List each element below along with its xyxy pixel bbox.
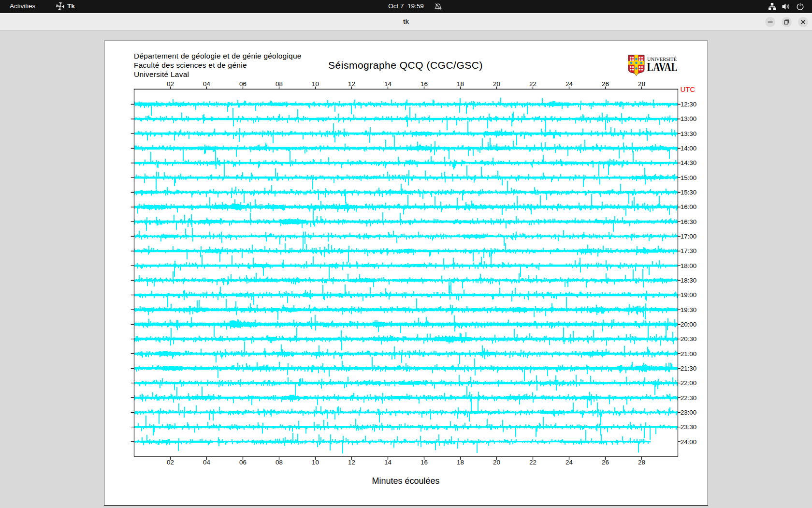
svg-text:14: 14 [384,459,392,466]
svg-text:21:00: 21:00 [681,350,697,358]
svg-text:22: 22 [529,459,536,466]
svg-text:23:00: 23:00 [681,409,697,416]
svg-text:02: 02 [167,459,174,466]
svg-text:22:30: 22:30 [681,394,697,402]
svg-text:13:30: 13:30 [681,130,697,137]
svg-text:10: 10 [312,80,319,88]
svg-text:06: 06 [239,459,246,466]
svg-text:UTC: UTC [681,85,696,93]
svg-text:Université Laval: Université Laval [134,70,189,78]
svg-text:Séismographe QCQ (CGC/GSC): Séismographe QCQ (CGC/GSC) [328,60,483,71]
svg-text:15:00: 15:00 [681,174,697,181]
svg-text:19:00: 19:00 [681,291,697,299]
svg-text:24:00: 24:00 [681,438,697,446]
svg-text:18: 18 [457,80,464,88]
svg-text:18: 18 [457,459,464,466]
svg-text:08: 08 [276,459,283,466]
svg-text:20: 20 [493,80,500,88]
svg-text:20:00: 20:00 [681,321,697,328]
svg-text:06: 06 [239,80,246,88]
svg-text:22: 22 [529,80,536,88]
svg-text:28: 28 [638,459,645,466]
svg-text:17:30: 17:30 [681,247,697,254]
svg-text:14:30: 14:30 [681,159,697,166]
svg-text:04: 04 [203,459,210,466]
svg-text:Faculté des sciences et de gén: Faculté des sciences et de génie [134,61,247,69]
svg-text:18:30: 18:30 [681,277,697,284]
svg-text:28: 28 [638,80,645,88]
svg-text:24: 24 [566,459,573,466]
svg-text:14:00: 14:00 [681,145,697,152]
svg-text:LAVAL: LAVAL [647,60,678,74]
svg-text:21:30: 21:30 [681,365,697,372]
svg-text:17:00: 17:00 [681,233,697,240]
svg-text:26: 26 [602,80,609,88]
svg-text:Minutes écoulées: Minutes écoulées [372,476,439,486]
svg-text:23:30: 23:30 [681,423,697,431]
svg-text:08: 08 [276,80,283,88]
svg-text:22:00: 22:00 [681,379,697,387]
svg-text:26: 26 [602,459,609,466]
svg-text:10: 10 [312,459,319,466]
svg-text:16:00: 16:00 [681,203,697,210]
svg-text:20:30: 20:30 [681,335,697,343]
svg-text:12: 12 [348,80,355,88]
svg-text:18:00: 18:00 [681,262,697,269]
svg-text:16:30: 16:30 [681,218,697,225]
svg-text:12: 12 [348,459,355,466]
svg-text:16: 16 [420,80,428,88]
svg-text:15:30: 15:30 [681,189,697,196]
svg-text:02: 02 [167,80,174,88]
svg-text:16: 16 [420,459,428,466]
svg-text:19:30: 19:30 [681,306,697,314]
svg-text:13:00: 13:00 [681,115,697,122]
svg-text:04: 04 [203,80,210,88]
svg-text:20: 20 [493,459,500,466]
svg-text:24: 24 [566,80,573,88]
svg-text:14: 14 [384,80,392,88]
svg-text:Département de géologie et de: Département de géologie et de génie géol… [134,52,302,60]
svg-text:12:30: 12:30 [681,101,697,108]
